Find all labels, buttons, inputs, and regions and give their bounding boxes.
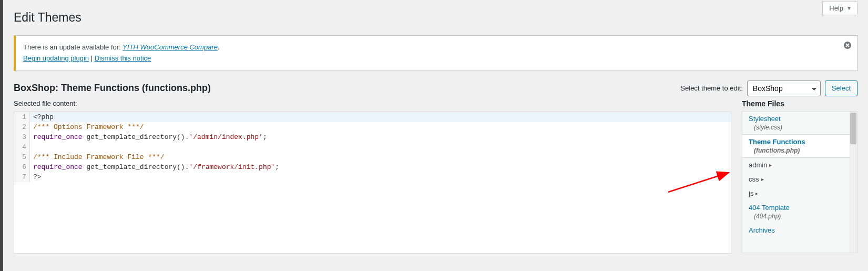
code-editor[interactable]: 1 <?php 2 /*** Options Framework ***/ 3 …: [14, 112, 731, 254]
chevron-down-icon: ▼: [846, 5, 852, 11]
line-number: 1: [14, 112, 30, 122]
scrollbar-track[interactable]: [850, 112, 857, 253]
theme-file-list: Stylesheet (style.css) Theme Functions (…: [742, 111, 857, 253]
scrollbar-thumb[interactable]: [850, 113, 856, 144]
page-title: Edit Themes: [14, 0, 857, 30]
theme-select[interactable]: BoxShop: [747, 81, 821, 96]
line-number: 5: [14, 152, 30, 162]
chevron-right-icon: ▸: [769, 162, 772, 168]
help-tab[interactable]: Help ▼: [822, 2, 857, 15]
begin-updating-link[interactable]: Begin updating plugin: [23, 54, 89, 62]
line-number: 6: [14, 162, 30, 172]
dismiss-notice-link[interactable]: Dismiss this notice: [95, 54, 151, 62]
line-number: 4: [14, 142, 30, 152]
file-item-archives[interactable]: Archives: [742, 223, 850, 237]
line-number: 2: [14, 122, 30, 132]
theme-select-label: Select theme to edit:: [680, 84, 743, 92]
select-button[interactable]: Select: [825, 81, 857, 96]
notice-separator: |: [89, 54, 95, 62]
file-item-js-dir[interactable]: js ▸: [742, 186, 850, 200]
selected-file-label: Selected file content:: [14, 99, 731, 107]
help-tab-label: Help: [829, 4, 843, 12]
notice-plugin-link[interactable]: YITH WooCommerce Compare: [122, 43, 218, 51]
update-notice: There is an update available for: YITH W…: [14, 35, 857, 71]
line-number: 3: [14, 132, 30, 142]
file-item-stylesheet[interactable]: Stylesheet (style.css): [742, 112, 850, 134]
notice-suffix: .: [218, 43, 220, 51]
notice-text: There is an update available for:: [23, 43, 122, 51]
chevron-right-icon: ▸: [755, 190, 758, 196]
file-item-admin-dir[interactable]: admin ▸: [742, 158, 850, 172]
theme-files-heading: Theme Files: [742, 99, 857, 108]
close-icon[interactable]: [842, 40, 853, 51]
current-file-heading: BoxShop: Theme Functions (functions.php): [14, 83, 211, 94]
line-number: 7: [14, 172, 30, 182]
file-item-404[interactable]: 404 Template (404.php): [742, 200, 850, 223]
chevron-right-icon: ▸: [761, 176, 764, 182]
file-item-css-dir[interactable]: css ▸: [742, 172, 850, 186]
file-item-functions[interactable]: Theme Functions (functions.php): [742, 134, 850, 158]
